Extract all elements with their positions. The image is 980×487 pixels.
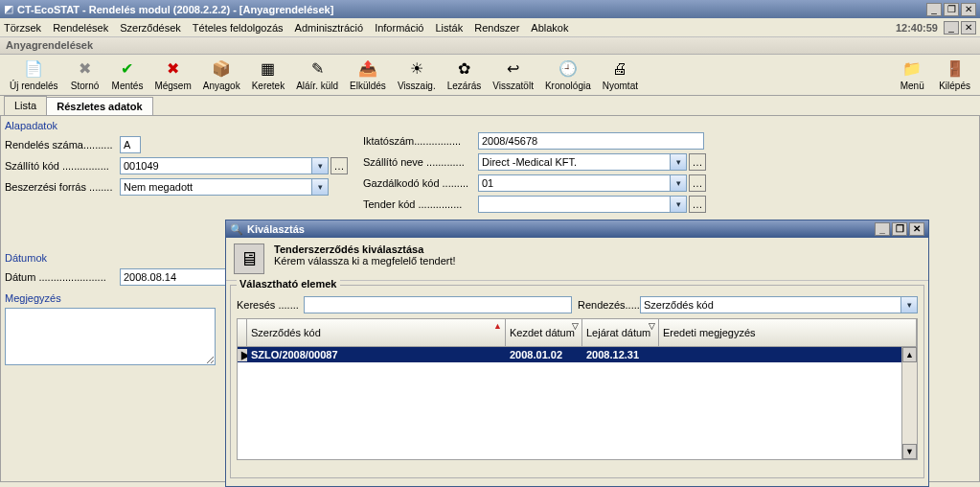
inner-close-button[interactable]: ✕ <box>961 21 976 35</box>
toolbar-label: Lezárás <box>447 81 482 91</box>
dialog-header: 🖥 Tenderszerződés kiválasztása Kérem vál… <box>226 238 928 281</box>
tab-lista[interactable]: Lista <box>4 96 47 115</box>
combo-beszforras[interactable] <box>120 178 312 196</box>
col-eredeti[interactable]: Eredeti megjegyzés <box>659 319 917 346</box>
al-r-k-ld-icon: ✎ <box>308 59 327 79</box>
toolbar-btn-5[interactable]: ▦Keretek <box>246 56 290 94</box>
col-kezdet[interactable]: Kezdet dátum ▽ <box>506 319 582 346</box>
chevron-down-icon[interactable]: ▾ <box>671 153 687 171</box>
toolbar-btn-4[interactable]: 📦Anyagok <box>197 56 246 94</box>
lez-r-s-icon: ✿ <box>455 59 474 79</box>
menu-info[interactable]: Információ <box>375 22 423 34</box>
elk-ld-s-icon: 📤 <box>358 59 377 79</box>
toolbar-btn-3[interactable]: ✖Mégsem <box>148 56 196 94</box>
table-row[interactable]: ▶ SZLO/2008/00087 2008.01.02 2008.12.31 <box>238 347 917 362</box>
dialog-minimize-button[interactable]: _ <box>875 222 890 236</box>
toolbar-label: Kronológia <box>545 81 591 91</box>
label-tenderkod: Tender kód ............... <box>363 198 478 210</box>
combo-tenderkod[interactable] <box>478 196 671 213</box>
dialog-title: Kiválasztás <box>247 223 873 235</box>
lookup-tenderkod-button[interactable]: … <box>689 196 706 213</box>
label-szallito-neve: Szállító neve ............. <box>363 156 478 168</box>
toolbar-label: Stornó <box>71 81 99 91</box>
combo-gazdalkodo[interactable] <box>478 174 671 192</box>
toolbar-btn-6[interactable]: ✎Aláír. küld <box>290 56 344 94</box>
combo-szallito-neve[interactable] <box>478 153 671 171</box>
menu-torzsek[interactable]: Törzsek <box>4 22 41 34</box>
toolbar-label: Új rendelés <box>10 81 58 91</box>
toolbar-btn-10[interactable]: ↩Visszatölt <box>487 56 539 94</box>
tab-reszletes[interactable]: Részletes adatok <box>46 97 152 116</box>
toolbar-label: Visszaig. <box>398 81 436 91</box>
dialog-titlebar[interactable]: 🔍 Kiválasztás _ ❐ ✕ <box>226 220 928 238</box>
menu-admin[interactable]: Adminisztráció <box>295 22 364 34</box>
combo-rendezes[interactable] <box>640 296 901 313</box>
menu-teteles[interactable]: Tételes feldolgozás <box>193 22 284 34</box>
toolbar-label: Keretek <box>252 81 285 91</box>
chevron-down-icon[interactable]: ▾ <box>671 196 687 213</box>
section-megjegyzes: Megjegyzés <box>5 292 220 304</box>
dialog-head1: Tenderszerződés kiválasztása <box>274 244 456 255</box>
lookup-szallitonev-button[interactable]: … <box>689 153 706 171</box>
scrollbar[interactable]: ▲ ▼ <box>901 347 917 459</box>
toolbar-btn-11[interactable]: 🕘Kronológia <box>539 56 597 94</box>
combo-szallito-kod[interactable] <box>120 157 312 174</box>
col-lejarat[interactable]: Lejárat dátum ▽ <box>582 319 659 346</box>
col-szerzkod[interactable]: Szerződés kód ▲ <box>247 319 506 346</box>
lookup-gazdalkodo-button[interactable]: … <box>689 174 706 192</box>
dialog-head2: Kérem válassza ki a megfelelő tendert! <box>274 255 456 267</box>
inner-minimize-button[interactable]: _ <box>944 21 959 35</box>
app-icon: ◩ <box>4 3 13 15</box>
toolbar-rbtn-0[interactable]: 📁Menü <box>891 56 933 94</box>
cell-lejarat: 2008.12.31 <box>582 349 659 360</box>
men--icon: 📁 <box>902 59 922 79</box>
cell-kezdet: 2008.01.02 <box>506 349 582 360</box>
chevron-down-icon[interactable]: ▾ <box>671 174 687 192</box>
toolbar-label: Aláír. küld <box>296 81 338 91</box>
chevron-down-icon[interactable]: ▾ <box>312 157 329 174</box>
label-rendezes: Rendezés..... <box>578 299 640 311</box>
sort-desc-icon: ▽ <box>572 321 579 331</box>
toolbar-btn-12[interactable]: 🖨Nyomtat <box>597 56 644 94</box>
toolbar-btn-7[interactable]: 📤Elküldés <box>344 56 392 94</box>
dialog-maximize-button[interactable]: ❐ <box>892 222 907 236</box>
dialog-kivalasztas: 🔍 Kiválasztás _ ❐ ✕ 🖥 Tenderszerződés ki… <box>225 220 929 487</box>
chevron-down-icon[interactable]: ▾ <box>901 296 918 313</box>
minimize-button[interactable]: _ <box>926 3 942 16</box>
visszat-lt-icon: ↩ <box>504 59 523 79</box>
toolbar-btn-9[interactable]: ✿Lezárás <box>442 56 488 94</box>
maximize-button[interactable]: ❐ <box>944 3 959 16</box>
menu-listak[interactable]: Listák <box>435 22 463 34</box>
label-datum: Dátum ....................... <box>5 271 120 283</box>
keretek-icon: ▦ <box>259 59 278 79</box>
dialog-close-button[interactable]: ✕ <box>909 222 924 236</box>
toolbar-btn-8[interactable]: ☀Visszaig. <box>392 56 442 94</box>
toolbar-label: Mégsem <box>154 81 191 91</box>
toolbar-rbtn-1[interactable]: 🚪Kilépés <box>933 56 976 94</box>
label-gazdalkodo: Gazdálkodó kód ......... <box>363 177 478 189</box>
sort-asc-icon: ▲ <box>493 321 502 331</box>
scroll-up-icon[interactable]: ▲ <box>902 347 917 362</box>
m-gsem-icon: ✖ <box>164 59 183 79</box>
toolbar: 📄Új rendelés✖Stornó✔Mentés✖Mégsem📦Anyago… <box>0 55 980 96</box>
close-button[interactable]: ✕ <box>961 3 976 16</box>
input-kereses[interactable] <box>304 296 572 313</box>
window-title: CT-EcoSTAT - Rendelés modul (2008.2.2.2)… <box>17 4 924 15</box>
menu-szerzodesek[interactable]: Szerződések <box>120 22 181 34</box>
input-rendeles-szama[interactable] <box>120 136 141 153</box>
menu-ablakok[interactable]: Ablakok <box>531 22 568 34</box>
module-title: Anyagrendelések <box>0 37 980 55</box>
toolbar-btn-1[interactable]: ✖Stornó <box>64 56 106 94</box>
lookup-szallito-button[interactable]: … <box>330 157 348 174</box>
chevron-down-icon[interactable]: ▾ <box>312 178 329 196</box>
group-label: Választható elemek <box>237 278 340 290</box>
input-iktatoszam[interactable] <box>478 132 704 150</box>
menu-rendelesek[interactable]: Rendelések <box>53 22 108 34</box>
menu-rendszer[interactable]: Rendszer <box>474 22 519 34</box>
visszaig--icon: ☀ <box>407 59 426 79</box>
scroll-down-icon[interactable]: ▼ <box>902 444 917 459</box>
textarea-megjegyzes[interactable] <box>5 308 216 365</box>
grid-header: Szerződés kód ▲ Kezdet dátum ▽ Lejárat d… <box>237 318 918 347</box>
toolbar-btn-2[interactable]: ✔Mentés <box>106 56 149 94</box>
toolbar-btn-0[interactable]: 📄Új rendelés <box>4 56 64 94</box>
